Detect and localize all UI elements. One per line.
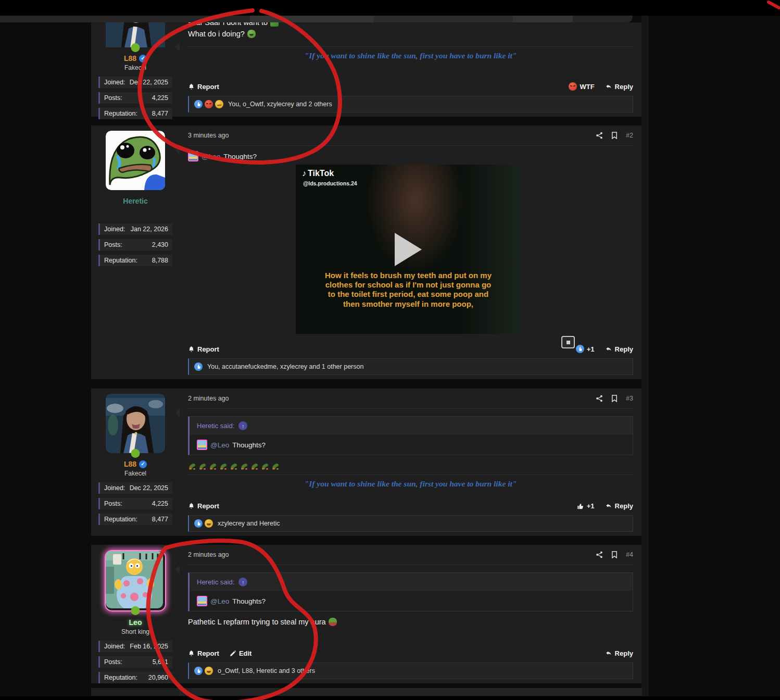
stat-value: 8,477	[152, 110, 168, 117]
bell-icon	[188, 650, 195, 657]
stat-value: Dec 22, 2025	[130, 79, 168, 86]
post-timestamp[interactable]: 2 minutes ago	[188, 551, 229, 558]
leo-avatar-image	[106, 551, 163, 608]
reactions-text[interactable]: xzylecrey and Heretic	[218, 520, 280, 527]
user-stat-row: Reputation: 8,477	[98, 108, 172, 119]
joy-emoji	[205, 519, 213, 528]
post-timestamp[interactable]: 2 minutes ago	[188, 395, 229, 402]
quote-author[interactable]: Heretic said:	[197, 422, 234, 430]
username[interactable]: L88	[124, 54, 136, 63]
quote-author[interactable]: Heretic said:	[197, 578, 234, 586]
avatar[interactable]	[106, 394, 165, 453]
reply-button[interactable]: Reply	[605, 83, 633, 91]
report-button[interactable]: Report	[188, 649, 219, 657]
reactions-bar[interactable]: You, accutanefuckedme, xzylecrey and 1 o…	[188, 358, 633, 375]
post-timestamp[interactable]: 3 minutes ago	[188, 132, 229, 139]
mention-link[interactable]: @Leo	[210, 597, 229, 605]
user-panel: L88 ✓ Fakecel Joined: Dec 22, 2025 Posts…	[91, 22, 180, 117]
plus-one-reaction[interactable]: +1	[576, 345, 595, 353]
user-panel: Heretic Joined: Jan 22, 2026 Posts: 2,43…	[91, 126, 180, 379]
reply-icon	[605, 503, 612, 509]
avatar[interactable]	[105, 550, 166, 611]
leo-mini-avatar	[197, 596, 207, 606]
post-body: Pathetic L repfarm trying to steal my au…	[188, 611, 633, 626]
stat-value: Dec 22, 2025	[130, 484, 168, 492]
scrollbar-track[interactable]	[641, 16, 649, 696]
avatar[interactable]	[106, 131, 165, 190]
post-number[interactable]: #2	[626, 132, 633, 139]
tiktok-logo: TikTok	[308, 169, 334, 178]
post-number[interactable]: #3	[626, 395, 633, 402]
reactions-text[interactable]: o_Owtf, L88, Heretic and 3 others	[218, 667, 315, 674]
user-stat-row: Joined: Jan 22, 2026	[98, 223, 172, 235]
user-title: Fakecel	[98, 64, 172, 71]
report-button[interactable]: Report	[188, 83, 219, 91]
media-toggle-icon[interactable]	[561, 336, 575, 348]
username[interactable]: Leo	[129, 618, 142, 627]
jump-to-quote-icon[interactable]: ↑	[238, 578, 247, 586]
wtf-reaction[interactable]: WTF	[569, 82, 594, 91]
reply-button[interactable]: Reply	[605, 502, 633, 510]
clipped-ui-strip	[250, 16, 374, 22]
pepe-walk-emoji	[250, 461, 259, 470]
online-indicator	[131, 449, 140, 458]
edit-button[interactable]: Edit	[230, 649, 252, 657]
pepe-walk-emoji	[198, 461, 207, 470]
stat-value: 4,225	[152, 94, 168, 102]
reply-button[interactable]: Reply	[605, 649, 633, 657]
reactions-bar[interactable]: o_Owtf, L88, Heretic and 3 others	[188, 662, 633, 679]
stat-value: 2,430	[152, 241, 168, 248]
report-button[interactable]: Report	[188, 502, 219, 510]
share-icon[interactable]	[596, 551, 603, 558]
username[interactable]: Heretic	[123, 197, 147, 205]
user-stat-row: Posts: 4,225	[98, 92, 172, 104]
stat-label: Joined:	[104, 226, 125, 233]
pepe-walk-emoji	[240, 461, 249, 470]
forum-post-4: Leo Short king Joined: Feb 16, 2025 Post…	[91, 545, 641, 683]
joy-emoji	[205, 667, 213, 675]
username[interactable]: L88	[124, 460, 136, 468]
post-number[interactable]: #4	[626, 551, 633, 558]
user-signature: "If you want to shine like the sun, firs…	[188, 474, 633, 490]
plus-one-reaction[interactable]: +1	[577, 502, 595, 510]
verified-badge-icon: ✓	[139, 460, 147, 468]
avatar[interactable]	[106, 22, 165, 47]
mention-link[interactable]: @Leo	[202, 153, 220, 160]
clipped-ui-strip	[513, 16, 573, 22]
share-icon[interactable]	[596, 395, 603, 402]
like-emoji	[194, 100, 203, 108]
user-stat-row: Joined: Dec 22, 2025	[98, 77, 172, 88]
stat-value: Feb 16, 2025	[130, 643, 168, 650]
tiktok-note-icon: ♪	[302, 169, 306, 178]
bookmark-icon[interactable]	[611, 132, 618, 139]
bell-icon	[188, 346, 195, 353]
mention-link[interactable]: @Leo	[210, 441, 229, 449]
clipped-ui-strip	[0, 16, 250, 22]
reply-button[interactable]: Reply	[605, 345, 633, 353]
like-emoji	[576, 345, 584, 353]
pepe-walk-emoji	[271, 461, 280, 470]
leo-mini-avatar	[197, 440, 207, 450]
bell-icon	[188, 83, 195, 90]
reactions-bar[interactable]: xzylecrey and Heretic	[188, 515, 633, 532]
report-button[interactable]: Report	[188, 345, 219, 353]
forum-post-3: L88 ✓ Fakecel Joined: Dec 22, 2025 Posts…	[91, 389, 641, 536]
like-emoji	[194, 667, 203, 675]
tiktok-video-embed[interactable]: ♪TikTok @lds.productions.24 How it feels…	[296, 165, 521, 334]
reactions-text[interactable]: You, accutanefuckedme, xzylecrey and 1 o…	[207, 363, 363, 370]
bookmark-icon[interactable]	[611, 551, 618, 558]
user-stat-row: Posts: 5,611	[98, 656, 172, 668]
reactions-text[interactable]: You, o_Owtf, xzylecrey and 2 others	[228, 101, 332, 108]
jump-to-quote-icon[interactable]: ↑	[238, 421, 247, 430]
quote-block: Heretic said: ↑ @Leo Thoughts?	[188, 572, 633, 611]
angry-emoji	[569, 82, 577, 91]
bookmark-icon[interactable]	[611, 395, 618, 402]
clipped-ui-strip	[573, 16, 633, 22]
play-button-icon[interactable]	[395, 233, 422, 266]
reply-icon	[605, 346, 612, 353]
bell-icon	[188, 503, 195, 509]
share-icon[interactable]	[596, 132, 603, 139]
reactions-bar[interactable]: You, o_Owtf, xzylecrey and 2 others	[188, 96, 633, 113]
stat-label: Reputation:	[104, 516, 137, 523]
pepe-walk-emoji	[261, 461, 270, 470]
